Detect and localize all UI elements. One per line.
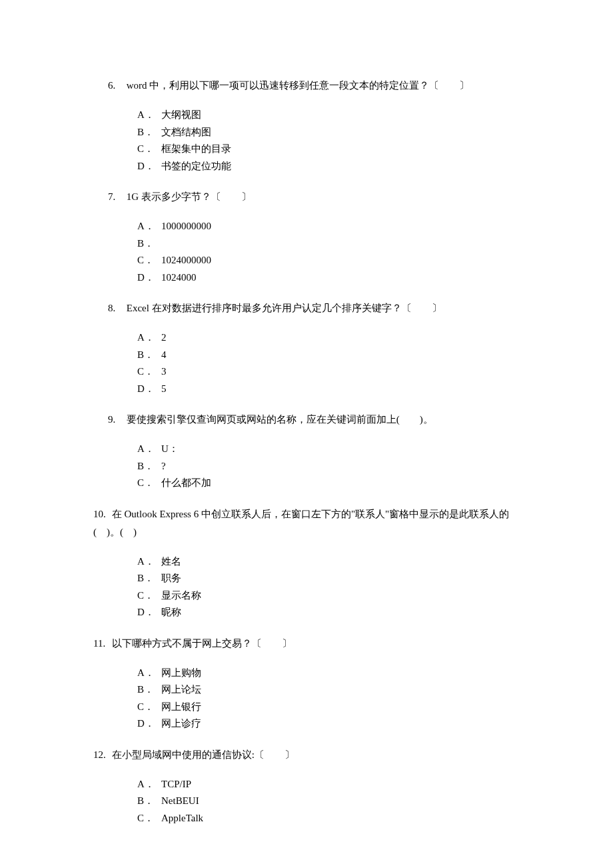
option-a: A．U：	[137, 441, 526, 458]
question-12: 12. 在小型局域网中使用的通信协议:〔 〕A．TCP/IPB．NetBEUIC…	[93, 746, 526, 827]
option-text: 网上银行	[161, 699, 201, 716]
question-body: 在 Outlook Express 6 中创立联系人后，在窗口左下方的"联系人"…	[93, 509, 509, 537]
option-label: A．	[137, 441, 161, 458]
option-c: C．什么都不加	[137, 475, 526, 492]
option-text: 昵称	[161, 604, 181, 621]
options-list: A．1000000000B．C．1024000000D．1024000	[93, 218, 526, 286]
option-text: 书签的定位功能	[161, 158, 231, 175]
question-text: 12. 在小型局域网中使用的通信协议:〔 〕	[93, 746, 526, 764]
option-text: 网上购物	[161, 665, 201, 682]
question-text: 6. word 中，利用以下哪一项可以迅速转移到任意一段文本的特定位置？〔 〕	[93, 77, 526, 95]
option-b: B．4	[137, 347, 526, 364]
option-label: A．	[137, 218, 161, 235]
option-label: B．	[137, 681, 161, 699]
options-list: A．U：B．?C．什么都不加	[93, 441, 526, 492]
option-text: 2	[161, 329, 167, 347]
option-text: ?	[161, 458, 166, 475]
option-label: C．	[137, 252, 161, 269]
question-9: 9. 要使搜索引擎仅查询网页或网站的名称，应在关键词前面加上( )。A．U：B．…	[93, 411, 526, 492]
question-body: 要使搜索引擎仅查询网页或网站的名称，应在关键词前面加上( )。	[127, 414, 433, 425]
option-d: D．书签的定位功能	[137, 158, 526, 175]
option-text: TCP/IP	[161, 776, 191, 793]
question-number: 7.	[108, 188, 124, 206]
option-text: 框架集中的目录	[161, 141, 231, 158]
option-c: C．3	[137, 363, 526, 381]
question-text: 9. 要使搜索引擎仅查询网页或网站的名称，应在关键词前面加上( )。	[93, 411, 526, 429]
option-text: 显示名称	[161, 587, 201, 605]
option-a: A．网上购物	[137, 665, 526, 682]
option-b: B．网上论坛	[137, 681, 526, 699]
option-d: D．1024000	[137, 269, 526, 287]
question-number: 9.	[108, 411, 124, 429]
option-d: D．5	[137, 381, 526, 398]
option-label: A．	[137, 665, 161, 682]
question-body: 在小型局域网中使用的通信协议:〔 〕	[112, 749, 295, 760]
option-label: D．	[137, 158, 161, 175]
option-label: C．	[137, 141, 161, 158]
question-7: 7. 1G 表示多少字节？〔 〕A．1000000000B．C．10240000…	[93, 188, 526, 286]
question-body: word 中，利用以下哪一项可以迅速转移到任意一段文本的特定位置？〔 〕	[127, 80, 470, 91]
option-c: C．网上银行	[137, 699, 526, 716]
options-list: A．姓名B．职务C．显示名称D．昵称	[93, 553, 526, 621]
options-list: A．网上购物B．网上论坛C．网上银行D．网上诊疗	[93, 665, 526, 733]
option-label: B．	[137, 235, 161, 253]
option-label: C．	[137, 587, 161, 605]
question-6: 6. word 中，利用以下哪一项可以迅速转移到任意一段文本的特定位置？〔 〕A…	[93, 77, 526, 175]
option-text: NetBEUI	[161, 793, 199, 810]
option-text: 大纲视图	[161, 107, 201, 124]
option-label: A．	[137, 776, 161, 793]
option-label: A．	[137, 553, 161, 571]
question-body: Excel 在对数据进行排序时最多允许用户认定几个排序关键字？〔 〕	[127, 303, 442, 313]
option-text: 1000000000	[161, 218, 211, 235]
option-a: A．TCP/IP	[137, 776, 526, 793]
option-b: B．?	[137, 458, 526, 475]
option-a: A．2	[137, 329, 526, 347]
option-label: C．	[137, 475, 161, 492]
option-label: B．	[137, 570, 161, 587]
question-text: 11. 以下哪种方式不属于网上交易？〔 〕	[93, 635, 526, 653]
option-text: 1024000	[161, 269, 197, 287]
option-d: D．昵称	[137, 604, 526, 621]
question-8: 8. Excel 在对数据进行排序时最多允许用户认定几个排序关键字？〔 〕A．2…	[93, 299, 526, 397]
options-list: A．TCP/IPB．NetBEUIC．AppleTalk	[93, 776, 526, 827]
option-c: C．显示名称	[137, 587, 526, 605]
question-text: 8. Excel 在对数据进行排序时最多允许用户认定几个排序关键字？〔 〕	[93, 299, 526, 317]
question-number: 11.	[93, 635, 109, 653]
option-c: C．AppleTalk	[137, 810, 526, 827]
option-text: 网上诊疗	[161, 715, 201, 733]
option-label: B．	[137, 793, 161, 810]
option-label: D．	[137, 604, 161, 621]
options-list: A．2B．4C．3D．5	[93, 329, 526, 397]
option-text: 姓名	[161, 553, 181, 571]
option-c: C．1024000000	[137, 252, 526, 269]
option-text: 文档结构图	[161, 124, 211, 141]
option-text: 4	[161, 347, 167, 364]
question-text: 10. 在 Outlook Express 6 中创立联系人后，在窗口左下方的"…	[93, 505, 526, 541]
question-number: 8.	[108, 299, 124, 317]
option-text: 5	[161, 381, 167, 398]
option-text: AppleTalk	[161, 810, 203, 827]
option-label: C．	[137, 699, 161, 716]
option-text: U：	[161, 441, 179, 458]
document-content: 6. word 中，利用以下哪一项可以迅速转移到任意一段文本的特定位置？〔 〕A…	[93, 77, 526, 827]
question-number: 10.	[93, 505, 109, 523]
option-text: 3	[161, 363, 167, 381]
question-10: 10. 在 Outlook Express 6 中创立联系人后，在窗口左下方的"…	[93, 505, 526, 621]
option-label: D．	[137, 269, 161, 287]
question-number: 6.	[108, 77, 124, 95]
option-a: A．姓名	[137, 553, 526, 571]
options-list: A．大纲视图B．文档结构图C．框架集中的目录D．书签的定位功能	[93, 107, 526, 175]
option-text: 职务	[161, 570, 181, 587]
option-label: A．	[137, 107, 161, 124]
option-label: D．	[137, 715, 161, 733]
question-body: 1G 表示多少字节？〔 〕	[127, 191, 251, 202]
question-text: 7. 1G 表示多少字节？〔 〕	[93, 188, 526, 206]
option-label: D．	[137, 381, 161, 398]
question-number: 12.	[93, 746, 109, 764]
option-b: B．NetBEUI	[137, 793, 526, 810]
option-label: C．	[137, 363, 161, 381]
option-label: C．	[137, 810, 161, 827]
option-text: 什么都不加	[161, 475, 211, 492]
option-label: B．	[137, 124, 161, 141]
option-a: A．大纲视图	[137, 107, 526, 124]
